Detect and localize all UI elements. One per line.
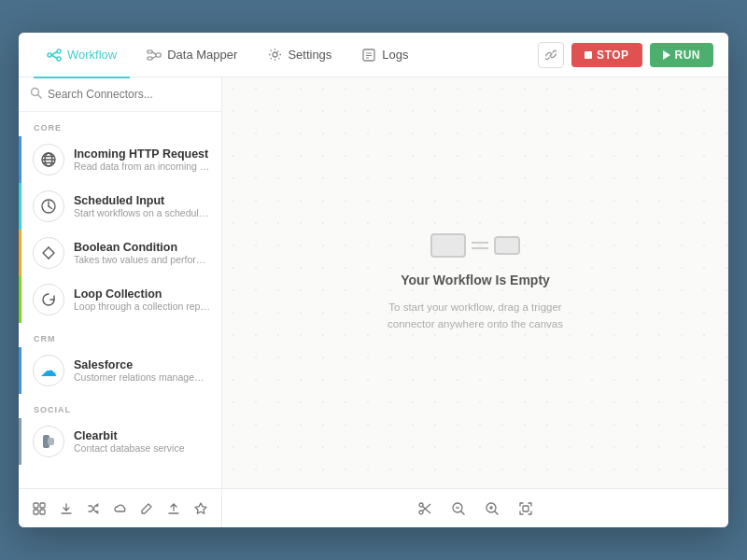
- search-icon: [30, 87, 42, 102]
- gear-icon: [267, 48, 282, 63]
- svg-rect-26: [48, 438, 54, 445]
- connector-desc-http: Read data from an incoming HTT...: [74, 161, 210, 172]
- run-icon: [663, 50, 670, 60]
- connector-boolean-condition[interactable]: Boolean Condition Takes two values and p…: [19, 230, 221, 276]
- sidebar: CORE Incoming HTTP Request Read: [19, 77, 222, 488]
- svg-point-1: [57, 49, 61, 53]
- connector-name-boolean: Boolean Condition: [74, 241, 210, 254]
- section-label-core: CORE: [19, 112, 221, 136]
- connector-scheduled-input[interactable]: Scheduled Input Start workflows on a sch…: [19, 183, 221, 230]
- connector-name-clearbit: Clearbit: [74, 429, 210, 442]
- stop-icon: [585, 51, 592, 59]
- svg-point-34: [419, 503, 423, 507]
- connector-info-clearbit: Clearbit Contact database service: [74, 429, 210, 454]
- connector-icon-scheduled: [33, 190, 64, 222]
- empty-workflow-illustration: [430, 233, 520, 258]
- workflow-icon: [47, 48, 62, 63]
- tab-workflow-label: Workflow: [67, 48, 117, 62]
- svg-line-39: [461, 511, 464, 514]
- connector-salesforce[interactable]: ☁ Salesforce Customer relations manageme…: [19, 347, 221, 394]
- svg-rect-29: [34, 510, 38, 514]
- connectors-list: CORE Incoming HTTP Request Read: [19, 112, 221, 488]
- canvas-area[interactable]: Your Workflow Is Empty To start your wor…: [222, 77, 728, 488]
- tab-data-mapper[interactable]: Data Mapper: [134, 40, 250, 70]
- svg-line-16: [38, 95, 42, 99]
- connector-incoming-http[interactable]: Incoming HTTP Request Read data from an …: [19, 136, 221, 183]
- connector-info-scheduled: Scheduled Input Start workflows on a sch…: [74, 194, 210, 218]
- pencil-toolbar-btn[interactable]: [135, 496, 159, 522]
- grid-toolbar-btn[interactable]: [28, 496, 51, 522]
- upload-toolbar-btn[interactable]: [162, 496, 186, 522]
- canvas-content: Your Workflow Is Empty To start your wor…: [222, 77, 728, 488]
- svg-rect-7: [156, 53, 161, 57]
- main-content: CORE Incoming HTTP Request Read: [19, 77, 728, 488]
- section-label-social: SOCIAL: [19, 394, 221, 418]
- svg-point-33: [419, 511, 423, 514]
- svg-point-2: [57, 57, 61, 61]
- connector-name-http: Incoming HTTP Request: [74, 147, 210, 161]
- connector-icon-http: [33, 144, 64, 175]
- connector-icon-boolean: [33, 237, 64, 269]
- svg-line-3: [51, 51, 57, 55]
- tab-logs[interactable]: Logs: [348, 40, 421, 70]
- bottom-toolbar: [19, 488, 728, 527]
- zoom-in-toolbar-btn[interactable]: [479, 496, 505, 522]
- svg-rect-27: [34, 503, 38, 508]
- connector-name-scheduled: Scheduled Input: [74, 194, 210, 207]
- tab-settings-label: Settings: [288, 48, 331, 62]
- connector-info-http: Incoming HTTP Request Read data from an …: [74, 147, 210, 172]
- empty-workflow-title: Your Workflow Is Empty: [401, 273, 550, 287]
- svg-rect-28: [40, 503, 45, 508]
- empty-workflow-desc: To start your workflow, drag a triggerco…: [388, 299, 563, 333]
- cloud-toolbar-btn[interactable]: [108, 496, 132, 522]
- logs-icon: [361, 48, 376, 63]
- svg-rect-5: [148, 50, 152, 53]
- svg-rect-6: [148, 57, 152, 60]
- bottom-toolbar-right: [222, 496, 728, 522]
- svg-line-8: [152, 51, 156, 54]
- connector-info-boolean: Boolean Condition Takes two values and p…: [74, 241, 210, 265]
- star-toolbar-btn[interactable]: [189, 496, 212, 522]
- scissors-toolbar-btn[interactable]: [412, 496, 438, 522]
- stop-button[interactable]: STOP: [571, 43, 641, 67]
- connector-info-salesforce: Salesforce Customer relations management…: [74, 358, 210, 383]
- svg-line-4: [51, 55, 57, 59]
- svg-line-24: [49, 206, 52, 209]
- connector-info-loop: Loop Collection Loop through a collectio…: [74, 287, 210, 312]
- salesforce-cloud-icon: ☁: [40, 360, 57, 381]
- connector-desc-scheduled: Start workflows on a schedule us...: [74, 207, 210, 218]
- fit-toolbar-btn[interactable]: [513, 496, 539, 522]
- download-toolbar-btn[interactable]: [55, 496, 78, 522]
- search-input[interactable]: [48, 88, 210, 101]
- top-nav: Workflow Data Mapper Sett: [19, 33, 728, 77]
- connector-desc-salesforce: Customer relations management ...: [74, 371, 210, 383]
- run-button[interactable]: RUN: [650, 43, 714, 67]
- tab-workflow[interactable]: Workflow: [34, 40, 130, 70]
- shuffle-toolbar-btn[interactable]: [81, 496, 105, 522]
- svg-rect-44: [523, 506, 529, 511]
- connector-desc-clearbit: Contact database service: [74, 442, 210, 454]
- data-mapper-icon: [147, 48, 162, 63]
- search-bar: [19, 77, 221, 112]
- bottom-toolbar-left: [19, 489, 222, 527]
- section-label-crm: CRM: [19, 323, 221, 347]
- top-right-controls: STOP RUN: [538, 42, 713, 68]
- app-window: Workflow Data Mapper Sett: [19, 33, 728, 527]
- connector-icon-salesforce: ☁: [33, 355, 64, 386]
- connector-name-loop: Loop Collection: [74, 287, 210, 301]
- stop-label: STOP: [597, 49, 628, 62]
- svg-point-10: [273, 52, 277, 57]
- tab-data-mapper-label: Data Mapper: [167, 48, 237, 62]
- connector-clearbit[interactable]: Clearbit Contact database service: [19, 418, 221, 465]
- connector-name-salesforce: Salesforce: [74, 358, 210, 371]
- zoom-out-toolbar-btn[interactable]: [445, 496, 472, 522]
- svg-point-0: [48, 53, 51, 57]
- tab-settings[interactable]: Settings: [254, 40, 345, 70]
- connector-desc-boolean: Takes two values and performs a...: [74, 254, 210, 265]
- connector-loop-collection[interactable]: Loop Collection Loop through a collectio…: [19, 276, 221, 323]
- link-button[interactable]: [538, 42, 564, 68]
- svg-rect-30: [40, 510, 45, 514]
- svg-line-43: [495, 511, 498, 514]
- connector-desc-loop: Loop through a collection repeati...: [74, 301, 210, 312]
- run-label: RUN: [675, 49, 701, 62]
